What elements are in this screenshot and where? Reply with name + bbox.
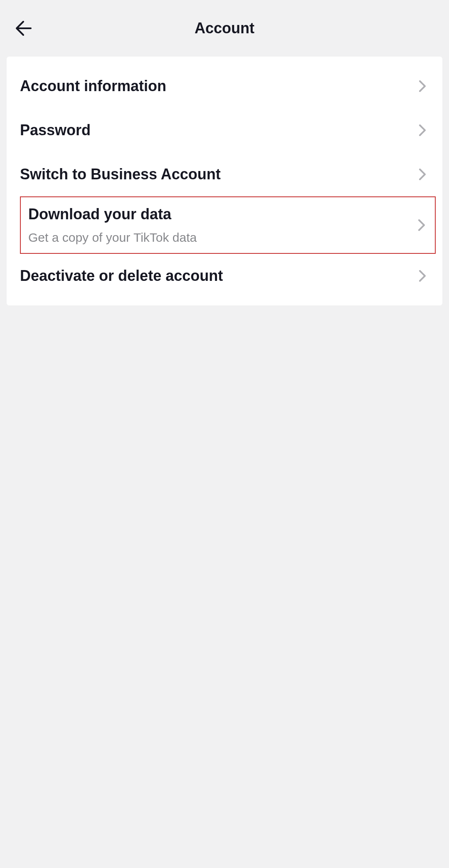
- back-arrow-icon: [14, 19, 32, 37]
- settings-item-sublabel: Get a copy of your TikTok data: [28, 231, 417, 245]
- settings-item-content: Account information: [20, 77, 418, 95]
- settings-item-content: Deactivate or delete account: [20, 267, 418, 285]
- settings-item-content: Download your data Get a copy of your Ti…: [28, 206, 417, 245]
- settings-item-download-data[interactable]: Download your data Get a copy of your Ti…: [28, 197, 433, 253]
- settings-item-password[interactable]: Password: [7, 108, 442, 152]
- settings-item-label: Account information: [20, 77, 418, 95]
- settings-card: Account information Password Switch to B…: [7, 57, 442, 305]
- chevron-right-icon: [417, 218, 426, 232]
- settings-item-account-information[interactable]: Account information: [7, 64, 442, 108]
- chevron-right-icon: [418, 269, 427, 283]
- chevron-right-icon: [418, 124, 427, 137]
- highlighted-item-download-data: Download your data Get a copy of your Ti…: [20, 196, 436, 254]
- settings-item-label: Download your data: [28, 206, 417, 223]
- settings-item-content: Password: [20, 122, 418, 139]
- back-button[interactable]: [13, 18, 33, 38]
- settings-item-deactivate-delete[interactable]: Deactivate or delete account: [7, 254, 442, 298]
- header: Account: [0, 0, 449, 57]
- settings-item-label: Switch to Business Account: [20, 166, 418, 183]
- settings-item-switch-business[interactable]: Switch to Business Account: [7, 152, 442, 196]
- chevron-right-icon: [418, 79, 427, 93]
- page-title: Account: [13, 20, 436, 37]
- settings-item-label: Password: [20, 122, 418, 139]
- settings-item-label: Deactivate or delete account: [20, 267, 418, 285]
- chevron-right-icon: [418, 168, 427, 181]
- settings-item-content: Switch to Business Account: [20, 166, 418, 183]
